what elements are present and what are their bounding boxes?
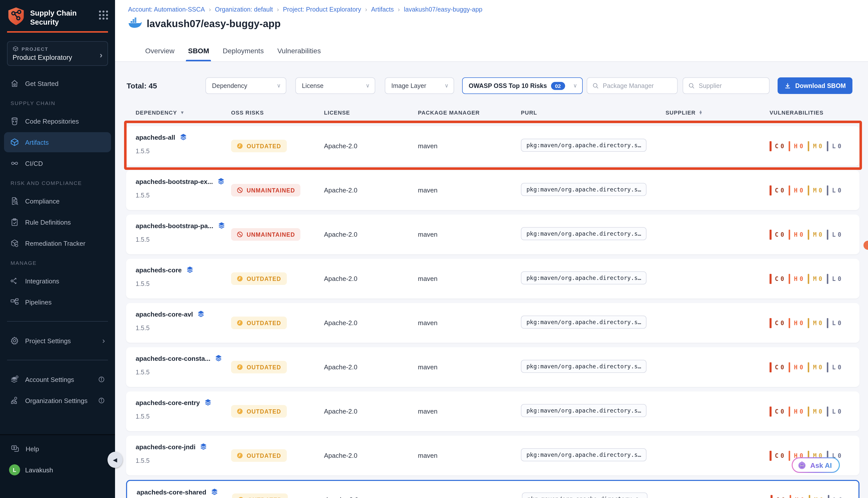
help-chat-icon: ?	[11, 444, 19, 453]
sidebar-item-compliance[interactable]: Compliance	[4, 191, 111, 211]
license-value: Apache-2.0	[324, 142, 418, 150]
sidebar-item-remediation-tracker[interactable]: Remediation Tracker	[4, 233, 111, 253]
column-header-purl[interactable]: PURL	[521, 109, 666, 116]
purl-value[interactable]: pkg:maven/org.apache.directory.s…	[521, 227, 647, 240]
dependency-filter-select[interactable]: Dependency∨	[205, 77, 286, 94]
sidebar-item-rule-definitions[interactable]: Rule Definitions	[4, 212, 111, 233]
sidebar-item-organization-settings[interactable]: Organization Settings	[4, 391, 111, 411]
package-manager-value: maven	[418, 186, 521, 194]
column-header-dependency[interactable]: DEPENDENCY▼	[136, 109, 231, 116]
sidebar-item-label: Integrations	[25, 277, 59, 285]
sidebar-collapse-handle[interactable]: ◀	[107, 452, 123, 468]
oss-risk-badge: OUTDATED	[231, 317, 286, 329]
sidebar-item-artifacts[interactable]: Artifacts	[4, 132, 111, 153]
license-value: Apache-2.0	[324, 363, 418, 371]
purl-value[interactable]: pkg:maven/org.apache.directory.s…	[521, 183, 647, 196]
cube-icon	[10, 138, 19, 147]
purl-value[interactable]: pkg:maven/org.apache.directory.s…	[521, 139, 647, 152]
home-icon	[10, 79, 19, 88]
purl-value[interactable]: pkg:maven/org.apache.directory.s…	[522, 492, 648, 498]
clipboard-check-icon	[10, 218, 19, 227]
tab-bar: OverviewSBOMDeploymentsVulnerabilities	[145, 47, 321, 61]
clock-icon	[237, 364, 243, 370]
apps-grid-icon[interactable]	[99, 11, 108, 19]
dependency-version: 1.5.5	[136, 148, 231, 155]
tab-vulnerabilities[interactable]: Vulnerabilities	[277, 47, 321, 61]
image-layer-filter-select[interactable]: Image Layer∨	[385, 77, 454, 94]
breadcrumb-link[interactable]: Artifacts	[371, 6, 394, 13]
layers-icon	[214, 354, 223, 362]
chevron-down-icon: ∨	[444, 82, 454, 89]
oss-risk-badge: UNMAINTAINED	[231, 184, 301, 196]
sidebar-user[interactable]: L Lavakush	[0, 453, 115, 475]
sidebar-item-ci-cd[interactable]: CI/CD	[4, 154, 111, 174]
license-filter-select[interactable]: License∨	[295, 77, 375, 94]
column-header-supplier[interactable]: SUPPLIER▲▼	[666, 109, 770, 116]
brand-accent-divider	[7, 31, 108, 33]
sidebar-item-code-repositories[interactable]: Code Repositories	[4, 111, 111, 131]
table-row-apacheds-core-avl[interactable]: apacheds-core-avl 1.5.5 OUTDATED Apache-…	[126, 303, 859, 343]
purl-value[interactable]: pkg:maven/org.apache.directory.s…	[521, 359, 647, 372]
breadcrumb-link[interactable]: Project: Product Exploratory	[283, 6, 361, 13]
clock-icon	[237, 275, 243, 282]
vuln-count-c: C0	[770, 185, 784, 195]
docker-icon	[128, 17, 142, 30]
info-icon	[98, 397, 105, 404]
vuln-count-m: M0	[808, 274, 822, 284]
table-row-apacheds-all[interactable]: apacheds-all 1.5.5 OUTDATED Apache-2.0 m…	[126, 126, 859, 166]
layers-icon	[210, 488, 218, 496]
download-sbom-button[interactable]: Download SBOM	[778, 77, 852, 94]
user-name: Lavakush	[25, 466, 53, 474]
oss-risk-badge: OUTDATED	[231, 361, 286, 374]
breadcrumb-separator: ›	[209, 6, 211, 13]
table-row-apacheds-bootstrap-ex-[interactable]: apacheds-bootstrap-ex... 1.5.5 UNMAINTAI…	[126, 170, 859, 210]
table-row-apacheds-bootstrap-pa-[interactable]: apacheds-bootstrap-pa... 1.5.5 UNMAINTAI…	[126, 214, 859, 254]
column-header-vulnerabilities[interactable]: VULNERABILITIES	[770, 109, 859, 116]
dependency-name: apacheds-core-avl	[136, 310, 193, 318]
share-nodes-icon	[10, 277, 19, 286]
purl-value[interactable]: pkg:maven/org.apache.directory.s…	[521, 315, 647, 328]
package-manager-input[interactable]	[603, 82, 667, 89]
ask-ai-button[interactable]: Ask AI	[792, 457, 840, 473]
app-title: Supply Chain Security	[30, 9, 99, 27]
table-row-apacheds-core-shared[interactable]: apacheds-core-shared 1.5.5 OUTDATED Apac…	[126, 480, 859, 498]
dependency-version: 1.5.5	[136, 280, 231, 287]
tab-sbom[interactable]: SBOM	[188, 47, 209, 61]
table-row-apacheds-core-consta-[interactable]: apacheds-core-consta... 1.5.5 OUTDATED A…	[126, 347, 859, 387]
table-row-apacheds-core[interactable]: apacheds-core 1.5.5 OUTDATED Apache-2.0 …	[126, 259, 859, 299]
oss-risk-badge: OUTDATED	[231, 272, 286, 285]
layers-icon	[199, 443, 208, 451]
purl-value[interactable]: pkg:maven/org.apache.directory.s…	[521, 448, 647, 461]
purl-value[interactable]: pkg:maven/org.apache.directory.s…	[521, 404, 647, 417]
sidebar-item-get-started[interactable]: Get Started	[4, 74, 111, 94]
project-selector[interactable]: PROJECT Product Exploratory ›	[7, 41, 108, 66]
breadcrumb-link[interactable]: lavakush07/easy-buggy-app	[404, 6, 482, 13]
breadcrumb-link[interactable]: Organization: default	[215, 6, 273, 13]
dependency-version: 1.5.5	[136, 369, 231, 376]
tab-overview[interactable]: Overview	[145, 47, 175, 61]
column-header-package-manager[interactable]: PACKAGE MANAGER	[418, 109, 521, 116]
sidebar-item-integrations[interactable]: Integrations	[4, 271, 111, 291]
vuln-count-c: C0	[770, 318, 784, 328]
supplier-input[interactable]	[699, 82, 760, 89]
sidebar-item-pipelines[interactable]: Pipelines	[4, 292, 111, 312]
project-name: Product Exploratory	[13, 54, 103, 62]
vulnerability-counts: C0H0M0L0	[770, 318, 859, 328]
sidebar-item-account-settings[interactable]: Account Settings	[4, 370, 111, 390]
package-manager-search	[587, 77, 678, 94]
table-row-apacheds-core-entry[interactable]: apacheds-core-entry 1.5.5 OUTDATED Apach…	[126, 392, 859, 431]
vuln-count-l: L0	[828, 495, 842, 498]
table-row-apacheds-core-jndi[interactable]: apacheds-core-jndi 1.5.5 OUTDATED Apache…	[126, 436, 859, 475]
breadcrumb-link[interactable]: Account: Automation-SSCA	[128, 6, 205, 13]
column-header-license[interactable]: LICENSE	[324, 109, 418, 116]
sidebar-item-help[interactable]: ? Help	[0, 435, 115, 453]
owasp-risks-filter-select[interactable]: OWASP OSS Top 10 Risks 02 ∨	[462, 77, 583, 94]
tab-deployments[interactable]: Deployments	[223, 47, 264, 61]
sidebar-item-label: Account Settings	[25, 376, 74, 383]
nav-divider	[7, 322, 108, 322]
edge-marker-dot[interactable]	[864, 241, 868, 250]
vulnerability-counts: C0H0M0L0	[770, 406, 859, 416]
column-header-oss-risks[interactable]: OSS RISKS	[231, 109, 324, 116]
purl-value[interactable]: pkg:maven/org.apache.directory.s…	[521, 271, 647, 284]
sidebar-item-project-settings[interactable]: Project Settings›	[4, 331, 111, 351]
